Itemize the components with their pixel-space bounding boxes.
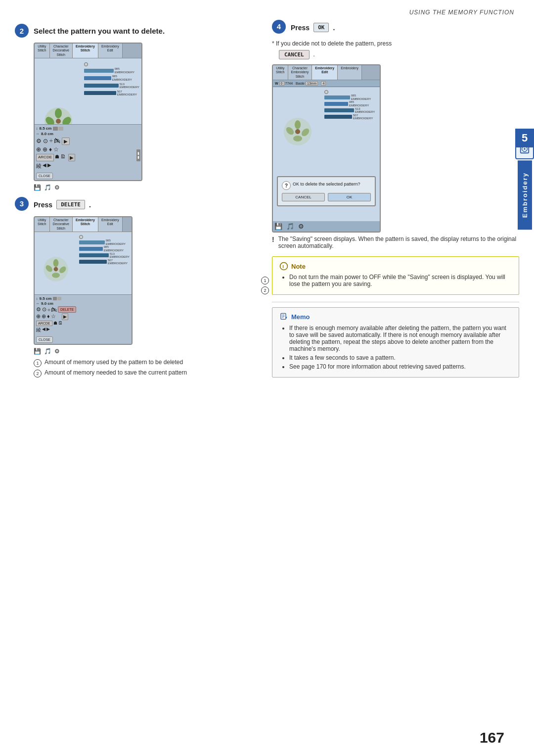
screen-icon-7[interactable]: ♦ [49,146,52,153]
tab-character[interactable]: CharacterDecorativeStitch [50,44,73,58]
page-header: USING THE MEMORY FUNCTION [0,0,534,19]
svg-point-17 [295,129,300,134]
svg-point-1 [56,119,61,124]
numbered-notes: 1 Amount of memory used by the pattern t… [34,359,257,378]
cancel-button-display: CANCEL [279,50,310,59]
step4-press-text: Press [291,24,310,32]
confirm-cancel-btn[interactable]: CANCEL [282,193,325,201]
note-text: Do not turn the main power to OFF while … [289,274,512,287]
step3-icon-8[interactable]: ☆ [51,313,56,320]
svg-point-18 [295,120,301,129]
step4-design-area [273,87,322,176]
indicator-2: 2 [261,285,269,294]
tab-utility[interactable]: UtilityStitch [35,44,50,58]
exclamation-text: The "Saving" screen displays. When the p… [278,236,519,249]
step3-icon-6[interactable]: ⊕ [42,313,46,320]
screen-icon-8[interactable]: ☆ [53,146,59,153]
screen-icon-1[interactable]: ⚙ [36,138,42,145]
screen-right-btn[interactable]: ▶ [62,138,70,145]
step4-tab-utility[interactable]: UtilityStitch [273,65,288,80]
step3-right-arrow[interactable]: ▶ [46,327,50,333]
step2-screen: UtilityStitch CharacterDecorativeStitch … [34,43,142,181]
confirm-dialog: ? OK to delete the selected pattern? CAN… [277,176,376,206]
screen-bottom-icons-3: 💾 🎵 ⚙ [34,348,257,355]
confirm-question-row: ? OK to delete the selected pattern? [282,181,371,190]
screen-text-row: ARCDE ☗ 🖻 ▶ [36,154,140,161]
screen-icon-3[interactable]: ÷ [49,138,53,145]
step4-embroidery-icon [281,115,314,148]
step3-tab-embroidery[interactable]: EmbroideryStitch [73,217,98,232]
status-baste: Baste 13mm [296,81,318,86]
step4-tab-edit[interactable]: Embroidery [338,65,362,80]
left-column: 2 Select the pattern you want to delete.… [15,19,257,382]
step3-icon-4[interactable]: 🖎 [51,307,57,313]
step3-arrows[interactable]: ▶ [62,313,68,320]
step3-icon-3[interactable]: ÷ [47,307,50,313]
svg-point-30 [524,148,526,150]
step4-music-icon: 🎵 [286,223,294,230]
note-header-text: Note [291,263,306,270]
step3-kanji[interactable]: 綾 [36,327,41,333]
step4-tab-embroidery[interactable]: EmbroideryEdit [312,65,338,80]
step3-press-text: Press [34,201,52,209]
right-arrow-icon[interactable]: ▶ [47,162,51,170]
svg-text:!: ! [282,264,284,269]
settings-icon: ⚙ [54,184,60,191]
memo-box: Memo If there is enough memory available… [272,307,519,378]
step3-tab-utility[interactable]: UtilityStitch [35,217,50,232]
screen-arrows[interactable]: ▶ [68,154,75,161]
confirm-ok-btn[interactable]: OK [328,193,371,201]
note-icon: ! [279,262,288,271]
screen-icon-5[interactable]: ⊕ [36,146,41,153]
step3-stitch-4: 507EMBROIDERY [79,259,130,265]
screen-icon-9[interactable]: ☗ [55,154,59,161]
step3-icon-7[interactable]: ♦ [47,313,50,320]
page-number: 167 [480,729,504,746]
tab-edit[interactable]: EmbroideryEdit [98,44,123,58]
step3-btn-row-3: ARCDE ☗ 🖻 [36,321,130,326]
music-icon-3: 🎵 [44,348,51,355]
exclamation-note: ! The "Saving" screen displays. When the… [272,236,519,249]
screen-icon-4[interactable]: 🖎 [54,138,60,145]
arcade-btn[interactable]: ARCDE [36,154,54,161]
step4-tab-character[interactable]: CharacterEmbroideryStitch [288,65,312,80]
screen-icon-6[interactable]: ⊕ [43,146,47,153]
note-2-num: 2 [34,370,42,378]
settings-icon-3: ⚙ [54,348,60,355]
screen-icon-2[interactable]: ⊙ [43,138,48,145]
step3-delete-btn[interactable]: DELETE [58,306,76,313]
step3-icon-5[interactable]: ⊕ [36,313,41,320]
step3-btn-row-1: ⚙ ⊙ ÷ 🖎 DELETE [36,306,130,313]
step4-screen: UtilityStitch CharacterEmbroideryStitch … [272,64,381,233]
kanji-icon[interactable]: 綾 [36,162,42,170]
step4-stitch-2: 085EMBROIDERY [324,100,378,107]
asterisk-section: * If you decide not to delete the patter… [272,39,519,47]
step4-header: 4 Press OK . [272,19,519,34]
left-arrow-icon[interactable]: ◀ [43,162,46,170]
screen-tabs: UtilityStitch CharacterDecorativeStitch … [35,44,141,58]
step3-tab-character[interactable]: CharacterDecorativeStitch [50,217,73,232]
step3-tab-edit[interactable]: EmbroideryEdit [98,217,123,232]
step3-left-arrow[interactable]: ◀ [42,327,45,333]
question-icon: ? [282,181,291,190]
step3-icon-1[interactable]: ⚙ [36,306,41,313]
tab-embroidery[interactable]: EmbroideryStitch [73,44,98,58]
memory-icon-3: 💾 [34,348,41,355]
cancel-display: CANCEL . [279,49,519,60]
screen-icon-10[interactable]: 🖻 [60,154,65,161]
step3-icon-2[interactable]: ⊙ [42,306,46,313]
step4-screen-tabs: UtilityStitch CharacterEmbroideryStitch … [273,65,380,80]
confirm-question-text: OK to delete the selected pattern? [293,181,360,188]
step3-close-btn[interactable]: CLOSE [36,336,53,343]
close-button[interactable]: CLOSE [36,173,53,179]
step3-header: 3 Press DELETE . [15,196,257,211]
step4-circle: 4 [272,20,286,34]
screen-bottom-icons-2: 💾 🎵 ⚙ [34,184,257,191]
step3-icon-9[interactable]: ☗ [53,321,57,326]
svg-point-20 [293,136,302,142]
step4-stitch-list: 085EMBROIDERY 085EMBROIDERY S13EMBROIDER… [322,87,380,176]
side-btn[interactable]: ▮▮ [136,149,140,161]
step3-icon-10[interactable]: 🖻 [58,321,63,326]
memo-header-text: Memo [291,313,310,321]
step3-arcade[interactable]: ARCDE [36,321,52,326]
